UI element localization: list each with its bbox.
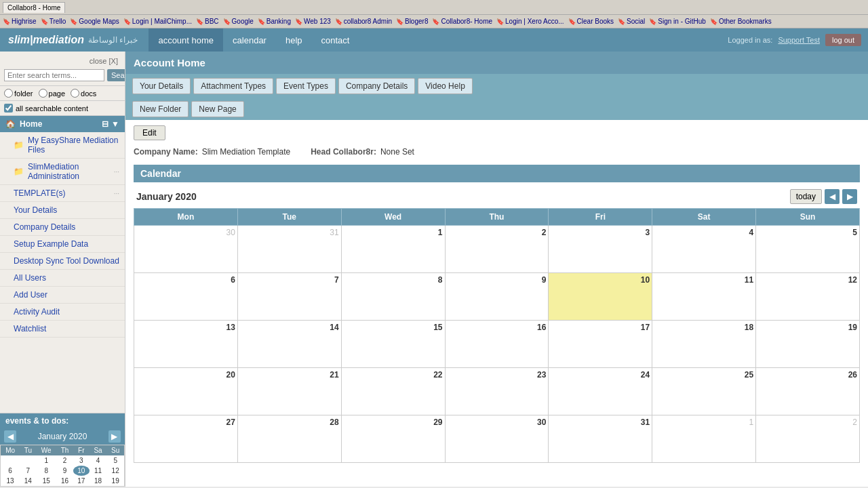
home-collapse-icon[interactable]: ⊟ [102,119,108,129]
mini-cal-prev[interactable]: ◀ [4,430,16,443]
bookmark-bbc[interactable]: BBC [196,18,219,25]
mini-cal-cell[interactable]: 4 [90,455,107,466]
cal-cell[interactable]: 24 [549,368,652,415]
sidebar-close-btn[interactable]: close [X] [4,56,121,66]
filter-docs[interactable]: docs [71,89,96,98]
cal-cell[interactable]: 28 [237,415,341,463]
cal-cell[interactable]: 1 [652,415,756,463]
mini-cal-cell[interactable]: 15 [36,476,56,486]
filter-docs-radio[interactable] [71,89,79,98]
mini-cal-cell[interactable]: 17 [73,476,90,486]
mini-cal-cell[interactable]: 2 [56,455,73,466]
cal-cell[interactable]: 17 [549,321,652,368]
tab-event-types[interactable]: Event Types [276,78,336,94]
cal-cell[interactable]: 20 [134,368,238,415]
cal-cell[interactable]: 4 [652,226,756,273]
home-expand-icon[interactable]: ▼ [111,119,119,129]
cal-cell[interactable]: 7 [237,273,341,321]
cal-cell[interactable]: 25 [652,368,756,415]
mini-cal-cell[interactable]: 3 [73,455,90,466]
mini-cal-cell[interactable]: 5 [106,455,124,466]
mini-cal-next[interactable]: ▶ [108,430,121,443]
sidebar-item-activity-audit[interactable]: Activity Audit [0,304,125,321]
cal-cell[interactable]: 1 [341,226,445,273]
bookmark-other[interactable]: Other Bookmarks [710,18,772,25]
mini-cal-cell[interactable]: 10 [73,466,90,476]
cal-cell[interactable]: 21 [237,368,341,415]
cal-prev-button[interactable]: ◀ [825,189,840,204]
new-page-button[interactable]: New Page [191,101,243,117]
mini-cal-cell[interactable]: 12 [106,466,124,476]
mini-cal-cell[interactable]: 7 [20,466,36,476]
mini-cal-cell[interactable]: 1 [36,455,56,466]
tab-video-help[interactable]: Video Help [418,78,473,94]
bookmark-web123[interactable]: Web 123 [295,18,331,25]
sidebar-item-templates[interactable]: TEMPLATE(s) ··· [0,185,125,202]
cal-cell[interactable]: 16 [445,321,549,368]
mini-cal-cell[interactable]: 13 [1,476,20,486]
cal-cell[interactable]: 19 [756,321,860,368]
cal-cell[interactable]: 11 [652,273,756,321]
bookmark-collabor8home[interactable]: Collabor8- Home [432,18,492,25]
cal-cell[interactable]: 31 [237,226,341,273]
sidebar-item-watchlist[interactable]: Watchlist [0,321,125,338]
sidebar-item-all-users[interactable]: All Users [0,270,125,287]
nav-calendar[interactable]: calendar [223,28,276,52]
cal-cell[interactable]: 14 [237,321,341,368]
mini-cal-cell[interactable]: 18 [90,476,107,486]
today-button[interactable]: today [790,189,822,204]
cal-cell[interactable]: 2 [445,226,549,273]
cal-cell[interactable]: 10 [549,273,652,321]
cal-cell[interactable]: 15 [341,321,445,368]
logout-button[interactable]: log out [825,34,861,46]
filter-folder[interactable]: folder [4,89,33,98]
sidebar-item-your-details[interactable]: Your Details [0,202,125,219]
cal-cell[interactable]: 30 [445,415,549,463]
cal-cell[interactable]: 30 [134,226,238,273]
sidebar-item-setup-example[interactable]: Setup Example Data [0,236,125,253]
bookmark-social[interactable]: Social [618,18,645,25]
tab-attachment-types[interactable]: Attachment Types [193,78,273,94]
bookmark-banking[interactable]: Banking [258,18,291,25]
cal-cell[interactable]: 29 [341,415,445,463]
mini-cal-cell[interactable]: 16 [56,476,73,486]
edit-button[interactable]: Edit [134,125,165,140]
cal-cell[interactable]: 12 [756,273,860,321]
search-input[interactable] [4,69,104,81]
cal-cell[interactable]: 22 [341,368,445,415]
bookmark-xero[interactable]: Login | Xero Acco... [496,18,564,25]
mini-cal-cell[interactable]: 19 [106,476,124,486]
cal-cell[interactable]: 18 [652,321,756,368]
nav-account-home[interactable]: account home [149,28,223,52]
bookmark-mailchimp[interactable]: Login | MailChimp... [123,18,192,25]
sidebar-item-company-details[interactable]: Company Details [0,219,125,236]
sidebar-item-add-user[interactable]: Add User [0,287,125,304]
filter-page[interactable]: page [39,89,65,98]
browser-tab[interactable]: Collabor8 - Home [3,2,65,13]
cal-cell[interactable]: 26 [756,368,860,415]
cal-cell[interactable]: 2 [756,415,860,463]
cal-cell[interactable]: 31 [549,415,652,463]
tab-company-details[interactable]: Company Details [338,78,415,94]
sidebar-item-home[interactable]: 🏠 Home ⊟ ▼ [0,116,125,132]
mini-cal-cell[interactable]: 11 [90,466,107,476]
cal-cell[interactable]: 3 [549,226,652,273]
cal-cell[interactable]: 5 [756,226,860,273]
nav-contact[interactable]: contact [312,28,359,52]
mini-cal-cell[interactable]: 6 [1,466,20,476]
new-folder-button[interactable]: New Folder [132,101,189,117]
cal-next-button[interactable]: ▶ [842,189,857,204]
mini-cal-cell[interactable]: 8 [36,466,56,476]
sidebar-item-desktop-sync[interactable]: Desktop Sync Tool Download [0,253,125,270]
bookmark-highrise[interactable]: Highrise [3,18,37,25]
sidebar-item-easyshare[interactable]: 📁 My EasyShare Mediation Files [0,132,125,159]
filter-folder-radio[interactable] [4,89,13,98]
filter-page-radio[interactable] [39,89,47,98]
tab-your-details[interactable]: Your Details [132,78,191,94]
bookmark-bloger8[interactable]: Bloger8 [396,18,428,25]
cal-cell[interactable]: 9 [445,273,549,321]
bookmark-collabor8admin[interactable]: collabor8 Admin [335,18,392,25]
all-content-checkbox[interactable] [4,104,13,113]
nav-help[interactable]: help [276,28,312,52]
bookmark-googlemaps[interactable]: Google Maps [70,18,119,25]
